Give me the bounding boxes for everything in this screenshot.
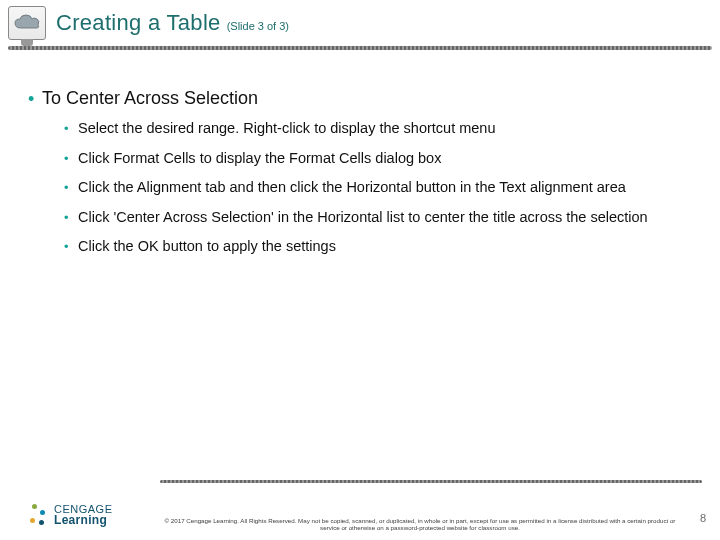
content-heading: To Center Across Selection Select the de… [28,88,692,257]
list-item: Select the desired range. Right-click to… [64,119,692,139]
slide-subtitle: (Slide 3 of 3) [227,20,289,32]
slide-title: Creating a Table [56,10,221,36]
cengage-logo: CENGAGE Learning [30,504,113,526]
slide-footer: CENGAGE Learning © 2017 Cengage Learning… [0,480,720,540]
heading-text: To Center Across Selection [42,88,258,108]
cloud-icon [8,6,46,40]
title-wrap: Creating a Table (Slide 3 of 3) [56,10,289,36]
logo-line2: Learning [54,515,113,526]
list-item: Click the OK button to apply the setting… [64,237,692,257]
slide-header: Creating a Table (Slide 3 of 3) [0,0,720,40]
page-number: 8 [700,512,706,524]
header-divider [8,46,712,50]
logo-text: CENGAGE Learning [54,504,113,526]
logo-mark-icon [30,504,48,526]
list-item: Click the Alignment tab and then click t… [64,178,692,198]
footer-divider [160,480,702,483]
list-item: Click 'Center Across Selection' in the H… [64,208,692,228]
slide-content: To Center Across Selection Select the de… [0,40,720,257]
copyright-text: © 2017 Cengage Learning. All Rights Rese… [160,517,680,533]
list-item: Click Format Cells to display the Format… [64,149,692,169]
